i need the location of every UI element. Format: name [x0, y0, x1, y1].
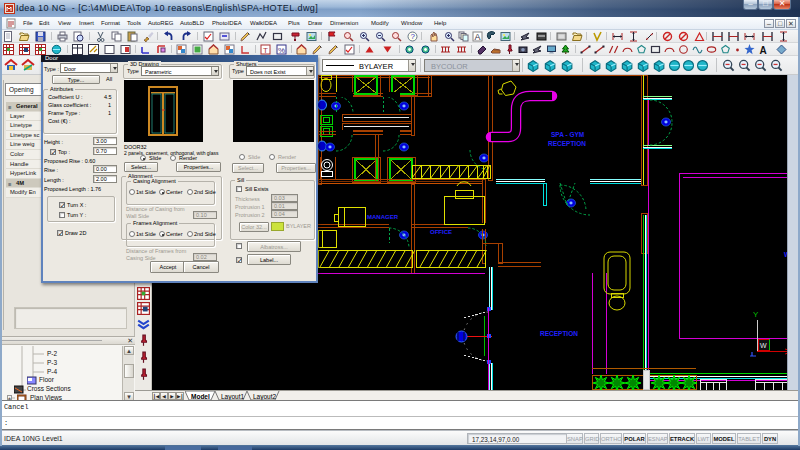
- svg-text:A: A: [760, 45, 767, 56]
- svg-text:%: %: [278, 46, 285, 55]
- svg-text:Y: Y: [753, 310, 759, 319]
- svg-text:OFFICE: OFFICE: [430, 229, 452, 235]
- svg-text:Model: Model: [191, 393, 210, 400]
- svg-text:MANAGER: MANAGER: [367, 214, 399, 220]
- svg-text:SPA - GYM: SPA - GYM: [551, 131, 584, 138]
- svg-text:?: ?: [411, 32, 416, 41]
- svg-text:RECEPTION: RECEPTION: [540, 330, 578, 337]
- svg-text:A: A: [475, 32, 481, 42]
- svg-text:RECEPTION: RECEPTION: [548, 140, 586, 147]
- svg-text:W: W: [760, 342, 767, 349]
- svg-text:T: T: [263, 46, 268, 55]
